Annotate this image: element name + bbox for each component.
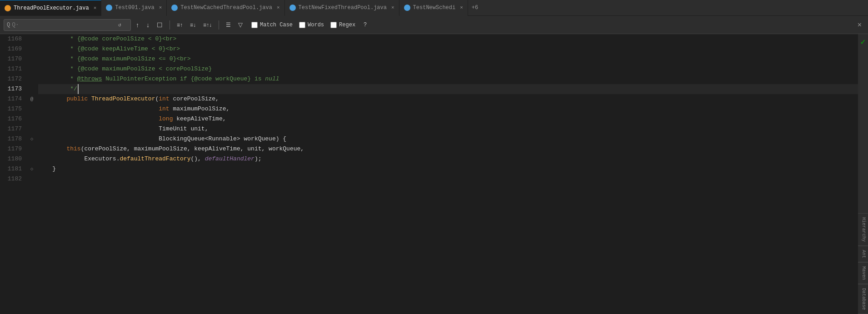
find-input[interactable] bbox=[12, 21, 116, 28]
code-line-1181: } bbox=[38, 164, 858, 174]
regex-checkbox[interactable] bbox=[330, 22, 337, 28]
tab-testnewfixed[interactable]: TestNewFixedThreadPool.java × bbox=[285, 0, 399, 16]
gutter-1179 bbox=[27, 144, 36, 154]
words-option[interactable]: Words bbox=[299, 22, 324, 28]
code-line-1173: */ bbox=[38, 84, 858, 94]
gutter: @ ◇ ◇ bbox=[27, 34, 36, 314]
validation-checkmark: ✓ bbox=[858, 34, 868, 50]
code-line-1179: this(corePoolSize, maximumPoolSize, keep… bbox=[38, 144, 858, 154]
tab-threadpoolexecutor[interactable]: ThreadPoolExecutor.java × bbox=[0, 0, 101, 16]
gutter-1176 bbox=[27, 114, 36, 124]
code-1177-content: TimeUnit unit, bbox=[38, 124, 208, 134]
find-separator-1 bbox=[170, 20, 170, 30]
find-filter-button[interactable]: ≡↑ bbox=[175, 21, 185, 29]
tab-bar: ThreadPoolExecutor.java × Test001.java ×… bbox=[0, 0, 868, 16]
tab-label-testnewcached: TestNewCachedThreadPool.java bbox=[180, 5, 272, 11]
find-history-icon[interactable]: ↺ bbox=[116, 21, 123, 29]
find-filter-button-2[interactable]: ≡↓ bbox=[188, 21, 198, 29]
regex-option[interactable]: Regex bbox=[330, 22, 355, 28]
line-num-1181: 1181 bbox=[4, 164, 22, 174]
line-num-1176: 1176 bbox=[4, 114, 22, 124]
gutter-1178: ◇ bbox=[27, 134, 36, 144]
line-num-1170: 1170 bbox=[4, 54, 22, 64]
code-line-1180: Executors.defaultThreadFactory(), defaul… bbox=[38, 154, 858, 164]
match-case-option[interactable]: Match Case bbox=[251, 22, 293, 28]
gutter-1181: ◇ bbox=[27, 164, 36, 174]
search-icon: Q bbox=[7, 22, 10, 28]
ant-panel-tab[interactable]: Ant bbox=[858, 246, 868, 262]
hierarchy-panel-tab[interactable]: Hierarchy bbox=[858, 213, 868, 246]
tab-label-testnewschedi: TestNewSchedi bbox=[413, 5, 456, 11]
tab-testnewcached[interactable]: TestNewCachedThreadPool.java × bbox=[167, 0, 284, 16]
gutter-1174: @ bbox=[27, 94, 36, 104]
editor-main: 1168 1169 1170 1171 1172 1173 1174 1175 … bbox=[0, 34, 858, 314]
code-line-1182 bbox=[38, 174, 858, 184]
editor-wrapper: 1168 1169 1170 1171 1172 1173 1174 1175 … bbox=[0, 34, 868, 314]
line-num-1169: 1169 bbox=[4, 44, 22, 54]
gutter-1169 bbox=[27, 44, 36, 54]
match-case-checkbox[interactable] bbox=[251, 22, 258, 28]
code-line-1175: int maximumPoolSize, bbox=[38, 104, 858, 114]
find-input-wrapper: Q ↺ bbox=[4, 19, 131, 31]
words-checkbox[interactable] bbox=[299, 22, 305, 28]
find-separator-2 bbox=[219, 20, 219, 30]
find-options-group: Match Case Words Regex ? bbox=[251, 22, 367, 28]
gutter-1168 bbox=[27, 34, 36, 44]
code-1169-content: * {@code keepAliveTime < 0}<br> bbox=[38, 44, 180, 54]
line-num-1180: 1180 bbox=[4, 154, 22, 164]
tab-close-threadpoolexecutor[interactable]: × bbox=[94, 5, 97, 11]
gutter-1180 bbox=[27, 154, 36, 164]
tab-overflow-btn[interactable]: +6 bbox=[468, 5, 482, 11]
code-1178-content: BlockingQueue<Runnable> workQueue) { bbox=[38, 134, 286, 144]
tab-label-test001: Test001.java bbox=[115, 5, 154, 11]
gutter-1170 bbox=[27, 54, 36, 64]
code-line-1169: * {@code keepAliveTime < 0}<br> bbox=[38, 44, 858, 54]
database-panel-tab[interactable]: Database bbox=[858, 284, 868, 314]
tab-label-threadpoolexecutor: ThreadPoolExecutor.java bbox=[14, 5, 89, 11]
tab-close-testnewcached[interactable]: × bbox=[277, 5, 280, 10]
gutter-1182 bbox=[27, 174, 36, 184]
tab-close-testnewfixed[interactable]: × bbox=[391, 5, 394, 10]
line-num-1168: 1168 bbox=[4, 34, 22, 44]
tab-close-testnewschedi[interactable]: × bbox=[460, 5, 463, 10]
code-line-1174: public ThreadPoolExecutor(int corePoolSi… bbox=[38, 94, 858, 104]
find-wrap-button[interactable]: ☐ bbox=[155, 20, 165, 30]
tab-overflow-label: +6 bbox=[472, 5, 478, 11]
find-list-button[interactable]: ☰ bbox=[224, 21, 233, 29]
line-num-1173: 1173 bbox=[4, 84, 22, 94]
maven-panel-tab[interactable]: Maven bbox=[858, 262, 868, 284]
match-case-label: Match Case bbox=[260, 22, 293, 28]
line-num-1182: 1182 bbox=[4, 174, 22, 184]
find-help-btn[interactable]: ? bbox=[364, 22, 367, 28]
regex-label: Regex bbox=[339, 22, 355, 28]
gutter-1177 bbox=[27, 124, 36, 134]
code-line-1178: BlockingQueue<Runnable> workQueue) { bbox=[38, 134, 858, 144]
code-1182-content bbox=[38, 174, 42, 184]
tab-icon-testnewfixed bbox=[289, 5, 296, 11]
find-next-button[interactable]: ↓ bbox=[144, 20, 152, 30]
code-line-1172: * @throws NullPointerException if {@code… bbox=[38, 74, 858, 84]
line-num-1174: 1174 bbox=[4, 94, 22, 104]
line-num-1177: 1177 bbox=[4, 124, 22, 134]
find-close-button[interactable]: × bbox=[855, 20, 864, 30]
code-1172-content: * @throws NullPointerException if {@code… bbox=[38, 74, 279, 84]
line-num-1172: 1172 bbox=[4, 74, 22, 84]
find-filter-button-3[interactable]: ≡↑↓ bbox=[201, 21, 214, 29]
code-1170-content: * {@code maximumPoolSize <= 0}<br> bbox=[38, 54, 190, 64]
code-1175-content: int maximumPoolSize, bbox=[38, 104, 229, 114]
tab-testnewschedi[interactable]: TestNewSchedi × bbox=[399, 0, 468, 16]
tab-test001[interactable]: Test001.java × bbox=[101, 0, 167, 16]
line-num-1171: 1171 bbox=[4, 64, 22, 74]
code-1180-content: Executors.defaultThreadFactory(), defaul… bbox=[38, 154, 262, 164]
tab-close-test001[interactable]: × bbox=[159, 5, 162, 10]
words-label: Words bbox=[308, 22, 324, 28]
find-bar: Q ↺ ↑ ↓ ☐ ≡↑ ≡↓ ≡↑↓ ☰ ▽ Match Case Words… bbox=[0, 16, 868, 34]
tab-icon-threadpoolexecutor bbox=[5, 5, 11, 11]
find-prev-button[interactable]: ↑ bbox=[134, 20, 141, 30]
find-funnel-button[interactable]: ▽ bbox=[236, 20, 245, 29]
tab-icon-test001 bbox=[106, 5, 112, 11]
code-1179-content: this(corePoolSize, maximumPoolSize, keep… bbox=[38, 144, 304, 154]
code-1168-content: * {@code corePoolSize < 0}<br> bbox=[38, 34, 176, 44]
gutter-1175 bbox=[27, 104, 36, 114]
code-area[interactable]: * {@code corePoolSize < 0}<br> * {@code … bbox=[36, 34, 858, 314]
